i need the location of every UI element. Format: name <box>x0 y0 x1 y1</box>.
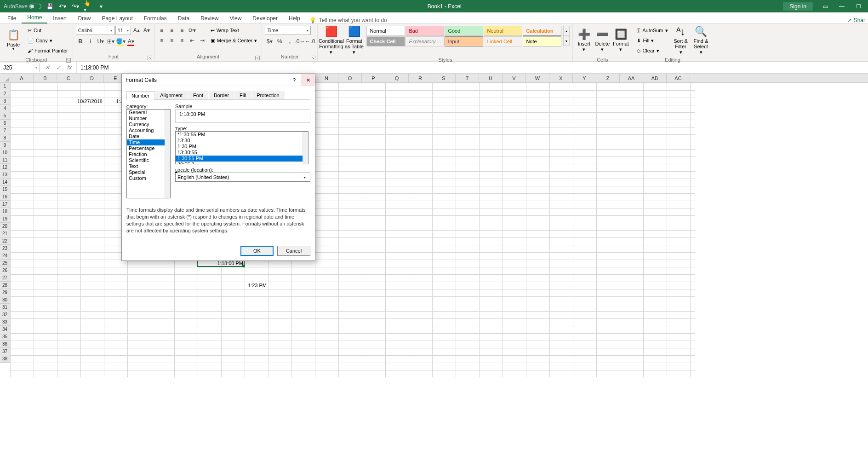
dialog-help-icon[interactable]: ? <box>287 77 301 83</box>
column-header[interactable]: B <box>34 74 57 82</box>
ok-button[interactable]: OK <box>240 246 274 256</box>
category-item[interactable]: Date <box>127 133 170 139</box>
dialog-tab-alignment[interactable]: Alignment <box>155 91 188 99</box>
styles-scroll-down[interactable]: ▾ <box>563 36 570 46</box>
dialog-close-icon[interactable]: ✕ <box>301 74 315 86</box>
row-header[interactable]: 27 <box>0 274 10 282</box>
alignment-launcher[interactable]: ↘ <box>255 56 260 60</box>
row-header[interactable]: 33 <box>0 318 10 326</box>
locale-combo[interactable]: English (United States)▾ <box>175 173 310 182</box>
type-item[interactable]: 1:30 PM <box>176 144 308 150</box>
column-header[interactable]: R <box>409 74 432 82</box>
row-header[interactable]: 36 <box>0 341 10 348</box>
align-middle-icon[interactable]: ≡ <box>167 26 177 35</box>
increase-decimal-icon[interactable]: .0→ <box>295 37 304 46</box>
save-icon[interactable]: 💾 <box>45 2 54 11</box>
underline-button[interactable]: U▾ <box>96 37 105 46</box>
row-header[interactable]: 11 <box>0 156 10 164</box>
enter-formula-icon[interactable]: ✓ <box>53 63 63 72</box>
type-item[interactable]: 13:30 <box>176 138 308 144</box>
tab-page-layout[interactable]: Page Layout <box>96 13 138 23</box>
style-bad[interactable]: Bad <box>405 26 444 36</box>
maximize-icon[interactable]: ☐ <box>851 1 866 12</box>
name-box[interactable]: J25 <box>1 63 40 72</box>
font-launcher[interactable]: ↘ <box>148 56 152 60</box>
wrap-text-button[interactable]: ↩Wrap Text <box>209 26 259 35</box>
row-header[interactable]: 18 <box>0 208 10 215</box>
format-as-table-button[interactable]: 🟦Format as Table▾ <box>343 26 365 55</box>
dialog-tab-protection[interactable]: Protection <box>251 91 285 99</box>
column-header[interactable]: Q <box>385 74 409 82</box>
style-explanatory[interactable]: Explanatory ... <box>405 36 444 46</box>
align-left-icon[interactable]: ≡ <box>157 36 166 45</box>
style-good[interactable]: Good <box>445 26 483 36</box>
cancel-button[interactable]: Cancel <box>277 246 310 256</box>
row-header[interactable]: 20 <box>0 223 10 230</box>
orientation-icon[interactable]: ⟳▾ <box>188 26 197 35</box>
row-header[interactable]: 31 <box>0 304 10 311</box>
decrease-indent-icon[interactable]: ⇤ <box>188 36 197 45</box>
merge-center-button[interactable]: ▣Merge & Center ▾ <box>209 36 259 45</box>
tab-home[interactable]: Home <box>22 12 47 23</box>
cut-button[interactable]: ✂Cut <box>26 26 70 35</box>
row-header[interactable]: 23 <box>0 245 10 252</box>
style-neutral[interactable]: Neutral <box>484 26 522 36</box>
column-header[interactable]: C <box>57 74 80 82</box>
tab-developer[interactable]: Developer <box>247 13 283 23</box>
undo-icon[interactable]: ↶▾ <box>58 2 67 11</box>
qat-customize-icon[interactable]: ▾ <box>97 2 106 11</box>
font-color-button[interactable]: A▾ <box>126 37 136 46</box>
decrease-decimal-icon[interactable]: ←.0 <box>305 37 314 46</box>
style-check-cell[interactable]: Check Cell <box>366 36 405 46</box>
clipboard-launcher[interactable]: ↘ <box>66 58 71 63</box>
cell-value[interactable]: 10/27/2018 <box>57 98 104 105</box>
column-header[interactable]: AA <box>620 74 643 82</box>
percent-format-icon[interactable]: % <box>275 37 284 46</box>
number-format-combo[interactable]: Time▾ <box>265 26 311 35</box>
column-header[interactable]: N <box>315 74 338 82</box>
row-header[interactable]: 21 <box>0 230 10 237</box>
row-header[interactable]: 19 <box>0 215 10 223</box>
redo-icon[interactable]: ↷▾ <box>71 2 80 11</box>
column-header[interactable]: T <box>456 74 479 82</box>
style-calculation[interactable]: Calculation <box>523 26 561 36</box>
italic-button[interactable]: I <box>86 37 95 46</box>
dialog-tab-font[interactable]: Font <box>188 91 208 99</box>
column-header[interactable]: P <box>362 74 385 82</box>
style-normal[interactable]: Normal <box>366 26 405 36</box>
category-listbox[interactable]: GeneralNumberCurrencyAccountingDateTimeP… <box>126 109 171 198</box>
row-header[interactable]: 32 <box>0 311 10 318</box>
row-header[interactable]: 16 <box>0 193 10 201</box>
row-header[interactable]: 9 <box>0 142 10 149</box>
category-item[interactable]: General <box>127 110 170 116</box>
type-item[interactable]: *1:30:55 PM <box>176 132 308 138</box>
fill-button[interactable]: ⬇Fill ▾ <box>635 36 669 45</box>
row-header[interactable]: 34 <box>0 326 10 333</box>
autosave-toggle[interactable]: AutoSave <box>4 3 41 10</box>
row-header[interactable]: 38 <box>0 355 10 363</box>
column-header[interactable]: U <box>479 74 503 82</box>
column-header[interactable]: O <box>338 74 362 82</box>
row-header[interactable]: 7 <box>0 127 10 134</box>
row-header[interactable]: 10 <box>0 149 10 156</box>
dialog-tab-border[interactable]: Border <box>209 91 234 99</box>
category-item[interactable]: Number <box>127 116 170 121</box>
format-painter-button[interactable]: 🖌Format Painter <box>26 46 70 55</box>
paste-button[interactable]: 📋 Paste▾ <box>3 26 24 55</box>
dialog-tab-fill[interactable]: Fill <box>234 91 251 99</box>
accounting-format-icon[interactable]: $▾ <box>265 37 274 46</box>
increase-indent-icon[interactable]: ⇥ <box>198 36 207 45</box>
touch-mode-icon[interactable]: 👆▾ <box>84 2 93 11</box>
cancel-formula-icon[interactable]: ✕ <box>42 63 52 72</box>
copy-button[interactable]: 📄Copy ▾ <box>26 36 70 45</box>
type-item[interactable]: 13:30:55 <box>176 150 308 156</box>
style-input[interactable]: Input <box>445 36 483 46</box>
insert-cells-button[interactable]: ➕Insert▾ <box>576 26 592 55</box>
delete-cells-button[interactable]: ➖Delete▾ <box>594 26 611 55</box>
row-header[interactable]: 4 <box>0 105 10 112</box>
type-listbox[interactable]: *1:30:55 PM13:301:30 PM13:30:551:30:55 P… <box>175 131 308 164</box>
row-header[interactable]: 14 <box>0 179 10 186</box>
row-header[interactable]: 28 <box>0 282 10 289</box>
row-header[interactable]: 25 <box>0 260 10 267</box>
sign-in-button[interactable]: Sign in <box>783 2 813 11</box>
